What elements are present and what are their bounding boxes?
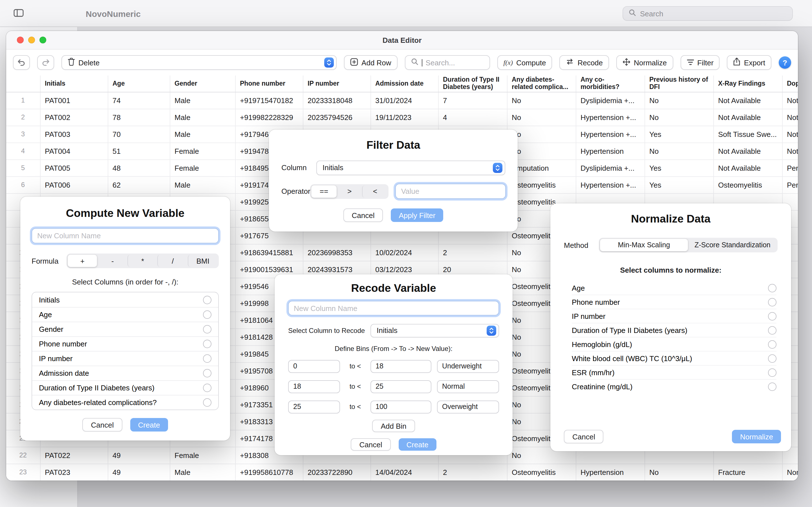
filter-operator-option[interactable]: < [362, 185, 388, 198]
radio-button[interactable] [203, 340, 211, 348]
normalize-column-option[interactable]: Hemoglobin (g/dL) [572, 337, 776, 351]
table-cell[interactable]: Male [170, 126, 235, 143]
column-header[interactable]: Age [108, 75, 170, 92]
add-bin-button[interactable]: Add Bin [372, 420, 415, 432]
radio-button[interactable] [203, 369, 211, 378]
help-button[interactable]: ? [779, 56, 791, 69]
table-cell[interactable]: Not Available [782, 126, 798, 143]
radio-button[interactable] [768, 354, 776, 362]
table-cell[interactable]: 48 [108, 159, 170, 176]
table-cell[interactable]: Yes [645, 159, 713, 176]
compute-column-option[interactable]: Phone number [32, 336, 218, 351]
normalize-column-option[interactable]: White blood cell (WBC) TC (10^3/μL) [572, 351, 776, 365]
filter-operator-option[interactable]: > [336, 185, 362, 198]
normalize-column-option[interactable]: Creatinine (mg/dL) [572, 380, 776, 394]
radio-button[interactable] [768, 340, 776, 348]
desktop-search-input[interactable]: Search [622, 6, 793, 21]
row-number-header[interactable] [6, 75, 40, 92]
recode-button[interactable]: Recode [559, 55, 609, 70]
table-cell[interactable]: 51 [108, 143, 170, 159]
apply-filter-button[interactable]: Apply Filter [391, 209, 443, 222]
titlebar[interactable]: Data Editor [6, 31, 798, 50]
normalize-column-option[interactable]: Age [572, 281, 776, 295]
table-row[interactable]: 2PAT00278Male+9199822283292023579452619/… [6, 109, 798, 126]
bin-from-input[interactable] [288, 400, 340, 413]
formula-operator-option[interactable]: / [157, 255, 188, 267]
column-header[interactable]: Gender [170, 75, 235, 92]
table-cell[interactable]: 62 [108, 176, 170, 193]
table-cell[interactable]: PAT006 [40, 176, 108, 193]
compute-column-option[interactable]: Any diabetes-related complications? [32, 395, 218, 409]
table-cell[interactable]: +919982228329 [235, 109, 303, 126]
table-cell[interactable]: 74 [108, 92, 170, 109]
table-cell[interactable]: 49 [108, 447, 170, 464]
bin-from-input[interactable] [288, 360, 340, 373]
radio-button[interactable] [203, 354, 211, 363]
table-cell[interactable]: Dyslipidemia +... [576, 159, 645, 176]
table-cell[interactable]: Normal [782, 464, 798, 481]
radio-button[interactable] [768, 284, 776, 292]
table-cell[interactable]: 7 [438, 92, 507, 109]
table-cell[interactable]: 20233722890 [303, 464, 370, 481]
column-header[interactable]: Admission date [370, 75, 438, 92]
normalize-method-option[interactable]: Z-Score Standardization [688, 239, 776, 251]
radio-button[interactable] [768, 326, 776, 334]
bin-from-input[interactable] [288, 380, 340, 393]
table-cell[interactable]: Peripheral [782, 176, 798, 193]
formula-operator-option[interactable]: + [68, 255, 97, 267]
table-cell[interactable]: 10/02/2024 [370, 244, 438, 261]
column-header[interactable]: IP number [303, 75, 370, 92]
table-cell[interactable]: PAT023 [40, 464, 108, 481]
table-cell[interactable]: Osteomyelitis [713, 176, 782, 193]
filter-operator-option[interactable]: == [312, 185, 337, 198]
bin-new-value-input[interactable] [437, 400, 499, 413]
table-row[interactable]: 23PAT02349Male+9199586107782023372289014… [6, 464, 798, 481]
toolbar-search-input[interactable]: Search... [405, 55, 490, 70]
table-cell[interactable]: Not Available [782, 92, 798, 109]
recode-column-dropdown[interactable]: Initials [370, 324, 499, 337]
compute-column-option[interactable]: Initials [32, 292, 218, 307]
table-cell[interactable]: 2 [438, 464, 507, 481]
table-cell[interactable]: Yes [645, 176, 713, 193]
table-cell[interactable]: +918639415881 [235, 244, 303, 261]
table-cell[interactable]: Not Available [782, 143, 798, 159]
cancel-button[interactable]: Cancel [564, 430, 604, 443]
table-cell[interactable]: Not Available [713, 92, 782, 109]
bin-to-input[interactable] [370, 400, 432, 413]
zoom-button[interactable] [40, 37, 46, 43]
column-header[interactable]: Any co-morbidities? [576, 75, 645, 92]
table-cell[interactable]: Male [170, 176, 235, 193]
column-header[interactable]: Previous history of DFI [645, 75, 713, 92]
table-cell[interactable]: PAT005 [40, 159, 108, 176]
bin-new-value-input[interactable] [437, 360, 499, 373]
redo-button[interactable] [37, 55, 54, 70]
table-cell[interactable]: PAT002 [40, 109, 108, 126]
table-cell[interactable]: 2 [438, 244, 507, 261]
sidebar-toggle-button[interactable] [13, 9, 24, 18]
radio-button[interactable] [768, 298, 776, 306]
filter-button[interactable]: Filter [680, 55, 720, 70]
table-cell[interactable]: Male [170, 464, 235, 481]
compute-column-option[interactable]: Gender [32, 322, 218, 336]
table-cell[interactable]: No [507, 92, 576, 109]
compute-column-option[interactable]: Admission date [32, 365, 218, 380]
table-cell[interactable]: Female [170, 159, 235, 176]
compute-new-column-name-input[interactable] [32, 228, 219, 243]
table-cell[interactable]: Not Available [713, 159, 782, 176]
column-header[interactable]: Initials [40, 75, 108, 92]
filter-value-input[interactable] [396, 184, 506, 199]
table-cell[interactable]: PAT001 [40, 92, 108, 109]
table-cell[interactable]: No [507, 109, 576, 126]
normalize-button[interactable]: Normalize [616, 55, 673, 70]
table-cell[interactable]: PAT004 [40, 143, 108, 159]
table-cell[interactable]: 78 [108, 109, 170, 126]
normalize-column-option[interactable]: Duration of Type II Diabetes (years) [572, 323, 776, 337]
table-cell[interactable]: Soft Tissue Swe... [713, 126, 782, 143]
cancel-button[interactable]: Cancel [343, 209, 383, 222]
table-cell[interactable]: 31/01/2024 [370, 92, 438, 109]
radio-button[interactable] [203, 398, 211, 407]
table-cell[interactable]: Not Available [713, 143, 782, 159]
table-cell[interactable]: Fracture [713, 464, 782, 481]
table-cell[interactable]: Yes [645, 126, 713, 143]
table-row[interactable]: 1PAT00174Male+9197154701822023331804831/… [6, 92, 798, 109]
